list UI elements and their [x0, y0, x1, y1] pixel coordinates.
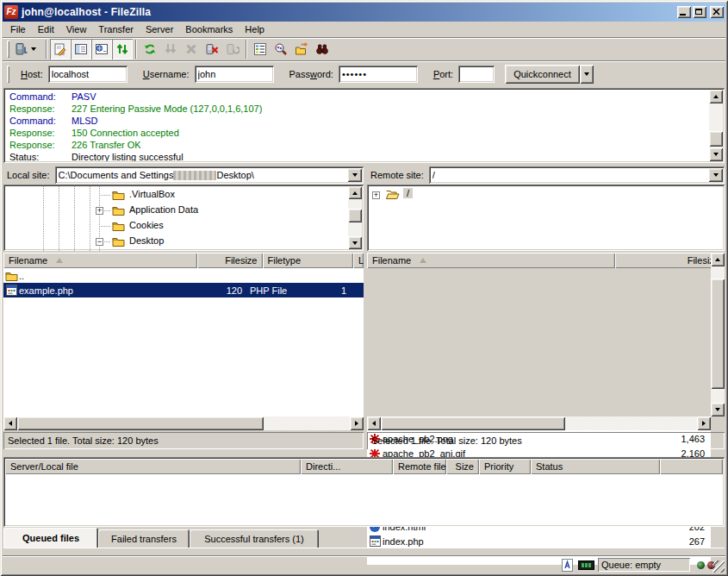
directory-comparison-button[interactable] [271, 39, 291, 59]
tab-successful-transfers[interactable]: Successful transfers (1) [190, 529, 319, 548]
app-icon: Fz [4, 5, 18, 19]
scrollbar-thumb[interactable] [711, 279, 725, 389]
toggle-local-tree-button[interactable] [71, 39, 91, 59]
column-header-filename[interactable]: Filename [367, 253, 615, 268]
column-header-priority[interactable]: Priority [479, 459, 531, 474]
password-input[interactable] [339, 66, 418, 83]
php-file-icon [3, 285, 19, 296]
expand-plus-icon[interactable]: + [96, 207, 103, 215]
toolbar-separator [46, 40, 47, 59]
file-row-parent[interactable]: .. [3, 268, 364, 283]
quickconnect-dropdown[interactable] [580, 65, 594, 84]
refresh-button[interactable] [140, 39, 160, 59]
column-header-filesize[interactable]: Filesize [615, 253, 725, 268]
tab-failed-transfers[interactable]: Failed transfers [98, 529, 190, 548]
scroll-up-button[interactable] [348, 186, 362, 199]
local-site-bar: Local site: C:\Documents and SettingsDes… [3, 166, 364, 184]
remote-list-header: Filename Filesize [367, 253, 725, 268]
remote-list-vscrollbar[interactable] [711, 253, 725, 416]
cancel-operation-button[interactable] [181, 39, 202, 59]
arrow-right-icon [355, 421, 358, 426]
menu-file[interactable]: File [4, 22, 32, 36]
toggle-message-log-button[interactable] [50, 39, 71, 59]
disconnect-button[interactable] [202, 39, 222, 59]
resize-grip[interactable] [712, 560, 725, 573]
scrollbar-thumb[interactable] [348, 209, 362, 222]
local-list-hscrollbar[interactable] [3, 416, 364, 430]
close-button[interactable] [710, 6, 724, 18]
column-header-lastmodified[interactable]: L [353, 253, 364, 268]
file-row[interactable]: index.php 267 [367, 534, 711, 548]
scroll-down-button[interactable] [711, 403, 725, 416]
speedlimit-icon [578, 560, 594, 570]
php-file-icon [367, 535, 383, 547]
minimize-button[interactable] [677, 6, 691, 18]
toolbar-grip[interactable] [7, 41, 9, 58]
local-treeview-icon [74, 42, 88, 56]
username-label: Username: [143, 69, 190, 79]
tab-queued-files[interactable]: Queued files [3, 528, 98, 548]
column-header-filetype[interactable]: Filetype [263, 253, 354, 268]
column-header-size[interactable]: Size [446, 459, 479, 474]
scroll-right-button[interactable] [350, 416, 364, 430]
log-scrollbar[interactable] [709, 90, 723, 161]
remote-list-hscrollbar[interactable] [367, 416, 711, 430]
local-file-list: .. example.php 120 PHP File 1 [3, 268, 364, 416]
column-header-direction[interactable]: Directi... [301, 459, 393, 474]
remote-site-dropdown[interactable] [708, 168, 723, 182]
menu-view[interactable]: View [60, 22, 93, 36]
window-title: john@localhost - FileZilla [22, 6, 151, 18]
menu-edit[interactable]: Edit [32, 22, 60, 36]
remote-site-bar: Remote site: / [367, 166, 725, 184]
title-bar[interactable]: Fz john@localhost - FileZilla [3, 3, 725, 22]
column-header-filename[interactable]: Filename [3, 253, 197, 268]
find-files-button[interactable] [312, 39, 333, 59]
synchronized-browsing-button[interactable] [291, 39, 312, 59]
site-manager-button[interactable] [12, 39, 43, 59]
scrollbar-thumb[interactable] [17, 416, 264, 430]
scroll-down-button[interactable] [709, 147, 723, 161]
site-manager-dropdown[interactable] [28, 40, 38, 59]
scroll-up-button[interactable] [709, 90, 723, 103]
expand-plus-icon[interactable]: + [372, 191, 380, 199]
folder-icon [112, 204, 125, 216]
scrollbar-thumb[interactable] [381, 416, 565, 430]
column-header-filesize[interactable]: Filesize [197, 253, 263, 268]
chevron-down-icon [352, 173, 358, 177]
quickconnect-grip[interactable] [7, 66, 9, 83]
column-header-remote-file[interactable]: Remote file [393, 459, 446, 474]
menu-server[interactable]: Server [140, 22, 179, 36]
menu-bookmarks[interactable]: Bookmarks [179, 22, 239, 36]
log-line: Command:MLSD [5, 115, 709, 127]
remote-site-combo[interactable]: / [429, 166, 725, 184]
column-header-server-local-file[interactable]: Server/Local file [5, 459, 301, 474]
toggle-queue-button[interactable] [112, 39, 133, 59]
scrollbar-thumb[interactable] [709, 131, 723, 147]
column-header-status[interactable]: Status [531, 459, 660, 474]
menu-help[interactable]: Help [239, 22, 271, 36]
username-input[interactable] [195, 66, 274, 83]
process-queue-button[interactable] [160, 39, 181, 59]
tree-line [74, 185, 75, 251]
reconnect-button[interactable] [222, 39, 243, 59]
local-site-dropdown[interactable] [347, 168, 362, 182]
menu-transfer[interactable]: Transfer [92, 22, 140, 36]
scroll-right-button[interactable] [697, 416, 711, 430]
quickconnect-button[interactable]: Quickconnect [505, 65, 580, 84]
scroll-down-button[interactable] [348, 236, 362, 249]
scroll-up-button[interactable] [711, 253, 725, 266]
local-tree-scrollbar[interactable] [348, 186, 362, 249]
port-input[interactable] [458, 66, 495, 83]
local-directory-tree: .VirtualBox + Application Data Cookies −… [3, 185, 364, 251]
site-manager-icon [15, 42, 28, 56]
host-input[interactable] [48, 66, 128, 83]
local-site-combo[interactable]: C:\Documents and SettingsDesktop\ [55, 166, 364, 184]
scroll-left-button[interactable] [3, 416, 17, 430]
maximize-button[interactable] [693, 6, 706, 18]
filter-button[interactable] [250, 39, 271, 59]
scroll-left-button[interactable] [367, 416, 381, 430]
file-row-selected[interactable]: example.php 120 PHP File 1 [3, 283, 364, 297]
remote-site-label: Remote site: [367, 170, 429, 180]
toggle-remote-tree-button[interactable] [91, 39, 112, 59]
collapse-minus-icon[interactable]: − [96, 238, 103, 246]
